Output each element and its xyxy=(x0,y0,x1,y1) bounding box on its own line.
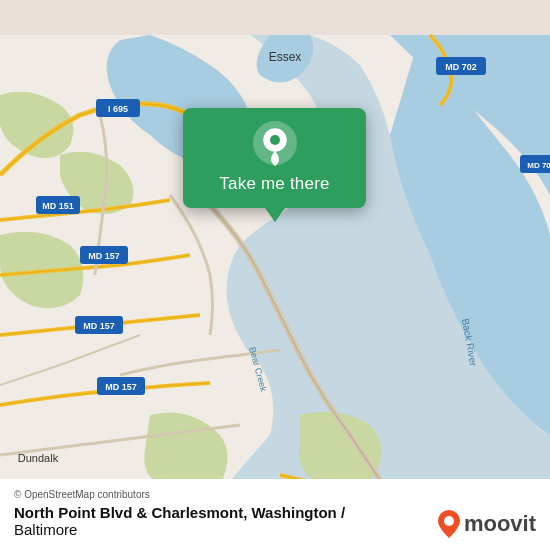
svg-point-24 xyxy=(444,516,454,526)
location-pin-icon xyxy=(252,120,298,166)
svg-text:MD 157: MD 157 xyxy=(83,321,115,331)
svg-point-23 xyxy=(270,135,280,145)
svg-text:MD 151: MD 151 xyxy=(42,201,74,211)
attribution-text: © OpenStreetMap contributors xyxy=(14,489,150,500)
take-me-there-button[interactable]: Take me there xyxy=(219,174,329,194)
svg-text:MD 157: MD 157 xyxy=(88,251,120,261)
location-line1: North Point Blvd & Charlesmont, Washingt… xyxy=(14,504,345,521)
location-line2: Baltimore xyxy=(14,521,345,538)
map-background: I 695 MD 151 MD 157 MD 157 MD 157 MD 151… xyxy=(0,0,550,550)
svg-text:Essex: Essex xyxy=(269,50,302,64)
svg-text:MD 157: MD 157 xyxy=(105,382,137,392)
moovit-pin-icon xyxy=(438,510,460,538)
svg-text:I 695: I 695 xyxy=(108,104,128,114)
map-container: I 695 MD 151 MD 157 MD 157 MD 157 MD 151… xyxy=(0,0,550,550)
attribution: © OpenStreetMap contributors xyxy=(14,489,536,500)
bottom-bar: © OpenStreetMap contributors North Point… xyxy=(0,479,550,550)
svg-text:MD 702: MD 702 xyxy=(445,62,477,72)
moovit-brand-text: moovit xyxy=(464,511,536,537)
moovit-logo: moovit xyxy=(438,510,536,538)
popup-card: Take me there xyxy=(183,108,366,208)
svg-text:Dundalk: Dundalk xyxy=(18,452,59,464)
svg-text:MD 70: MD 70 xyxy=(527,161,550,170)
